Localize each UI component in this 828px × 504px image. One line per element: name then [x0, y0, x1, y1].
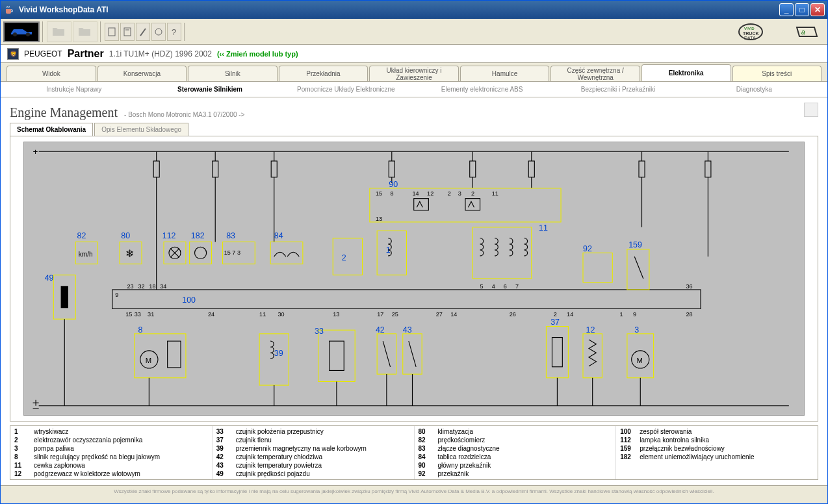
help-button[interactable]: ? — [167, 23, 181, 41]
maximize-button[interactable]: □ — [795, 3, 809, 16]
engine-spec: 1.1i TU1M+ (HDZ) 1996 2002 — [109, 49, 212, 58]
svg-text:11: 11 — [539, 223, 548, 233]
main-tab-5[interactable]: Hamulce — [460, 66, 550, 81]
wiring-diagram[interactable]: + 82km/ — [23, 142, 804, 416]
svg-text:12: 12 — [427, 190, 433, 197]
svg-text:112: 112 — [162, 231, 176, 240]
svg-text:26: 26 — [510, 311, 516, 318]
svg-point-1 — [26, 32, 30, 36]
sub-tab-0[interactable]: Instrukcje Naprawy — [6, 83, 142, 95]
tool-btn-3[interactable] — [136, 23, 150, 41]
tool-btn-4[interactable] — [151, 23, 166, 41]
svg-rect-56 — [61, 286, 68, 308]
legend-num: 42 — [216, 453, 231, 460]
svg-rect-28 — [470, 161, 476, 177]
legend-row: 100zespół sterowania — [620, 427, 814, 436]
svg-text:TRUCK: TRUCK — [743, 31, 759, 36]
legend-text: klimatyzacja — [438, 428, 612, 435]
folder-button-2[interactable] — [73, 21, 97, 42]
legend-text: przekaźnik — [438, 470, 612, 477]
main-tab-3[interactable]: Przekładnia — [279, 66, 369, 81]
svg-text:6: 6 — [504, 283, 507, 290]
svg-text:M: M — [637, 357, 643, 364]
main-tab-1[interactable]: Konserwacja — [97, 66, 187, 81]
footer-disclaimer: Wszystkie znaki firmowe podawane są tylk… — [1, 485, 827, 503]
sub-tabs: Instrukcje NaprawySterowanie SilnikiemPo… — [1, 82, 827, 97]
legend-col-3: 100zespół sterowania112lampka kontrolna … — [616, 426, 818, 479]
legend-num: 182 — [620, 453, 634, 460]
tool-btn-1[interactable] — [105, 23, 119, 41]
change-model-link[interactable]: (‹‹ Zmień model lub typ) — [217, 50, 298, 58]
legend-row: 182element uniemożliwiający uruchomienie — [620, 453, 814, 461]
svg-text:+: + — [33, 147, 38, 157]
legend-num: 37 — [216, 436, 231, 444]
legend-text: czujnik temperatury chłodziwa — [236, 453, 410, 460]
sub-tab-2[interactable]: Pomocnicze Układy Elektroniczne — [278, 83, 414, 95]
svg-point-5 — [155, 29, 162, 35]
legend-text: złącze diagnostyczne — [438, 445, 612, 452]
legend-num: 80 — [419, 428, 433, 435]
svg-text:12: 12 — [586, 325, 595, 334]
main-tab-8[interactable]: Spis treści — [732, 66, 822, 81]
main-tab-0[interactable]: Widok — [6, 66, 96, 81]
legend-num: 49 — [216, 470, 231, 477]
sub-tab-3[interactable]: Elementy elektroniczne ABS — [414, 83, 550, 95]
legend-row: 42czujnik temperatury chłodziwa — [216, 453, 410, 461]
sub-tab-4[interactable]: Bezpieczniki i Przekaźniki — [550, 83, 686, 95]
svg-text:15 7 3: 15 7 3 — [224, 249, 240, 256]
legend-row: 43czujnik temperatury powietrza — [216, 461, 410, 470]
legend-num: 112 — [620, 436, 634, 444]
legend-row: 12podgrzewacz w kolektorze wlotowym — [14, 470, 208, 478]
legend-num: 1 — [14, 428, 29, 435]
legend-row: 159przełącznik bezwładnościowy — [620, 444, 814, 453]
legend-col-0: 1wtryskiwacz2elektrozawór oczyszczania p… — [10, 426, 213, 479]
close-button[interactable]: ✕ — [810, 3, 825, 16]
svg-text:33: 33 — [315, 327, 324, 336]
legend-row: 8silnik regulujący prędkość na biegu jał… — [14, 453, 208, 461]
main-tab-7[interactable]: Elektronika — [641, 64, 731, 81]
svg-text:14: 14 — [413, 190, 419, 197]
legend-text: zespół sterowania — [640, 428, 814, 435]
breadcrumb: 🦁 PEUGEOT Partner 1.1i TU1M+ (HDZ) 1996 … — [1, 45, 827, 63]
legend-row: 11cewka zapłonowa — [14, 461, 208, 470]
svg-text:42: 42 — [376, 325, 385, 334]
svg-text:DATA: DATA — [744, 36, 756, 40]
main-tab-2[interactable]: Silnik — [188, 66, 278, 81]
legend-text: podgrzewacz w kolektorze wlotowym — [34, 470, 208, 477]
svg-rect-2 — [109, 28, 115, 36]
legend-text: czujnik położenia przepustnicy — [236, 428, 410, 435]
svg-text:3: 3 — [634, 325, 639, 334]
print-button[interactable] — [804, 103, 818, 117]
svg-rect-30 — [529, 161, 535, 177]
svg-text:36: 36 — [686, 283, 693, 290]
legend-row: 33czujnik położenia przepustnicy — [216, 427, 410, 436]
svg-rect-22 — [213, 161, 218, 177]
legend-text: cewka zapłonowa — [34, 462, 208, 469]
brand-name: PEUGEOT — [24, 49, 62, 58]
doc-tab-1[interactable]: Opis Elementu Składowego — [94, 123, 188, 136]
doc-tab-0[interactable]: Schemat Okablowania — [10, 123, 93, 136]
main-tab-4[interactable]: Układ kierowniczy i Zawieszenie — [369, 66, 459, 81]
svg-text:4: 4 — [492, 283, 495, 290]
main-tab-6[interactable]: Część zewnętrzna / Wewnętrzna — [550, 66, 640, 81]
doc-tabs: Schemat OkablowaniaOpis Elementu Składow… — [10, 123, 818, 136]
svg-text:9: 9 — [116, 292, 119, 298]
folder-button-1[interactable] — [47, 21, 71, 42]
legend-row: 82prędkościomierz — [419, 436, 612, 444]
svg-text:23: 23 — [127, 283, 134, 290]
vehicle-select-button[interactable] — [3, 21, 40, 42]
svg-text:32: 32 — [138, 283, 145, 290]
svg-text:24: 24 — [208, 311, 214, 318]
legend-num: 90 — [419, 462, 433, 469]
minimize-button[interactable]: _ — [779, 3, 794, 16]
legend-text: silnik regulujący prędkość na biegu jało… — [34, 453, 208, 460]
tool-btn-2[interactable] — [120, 23, 135, 41]
legend-num: 33 — [216, 428, 231, 435]
svg-text:2: 2 — [471, 190, 474, 197]
sub-tab-1[interactable]: Sterowanie Silnikiem — [142, 83, 278, 95]
legend-text: główny przekaźnik — [438, 462, 612, 469]
legend-row: 39przemiennik magnetyczny na wale korbow… — [216, 444, 410, 453]
svg-text:27: 27 — [436, 311, 443, 318]
legend-row: 1wtryskiwacz — [14, 427, 208, 436]
sub-tab-5[interactable]: Diagnostyka — [686, 83, 822, 95]
